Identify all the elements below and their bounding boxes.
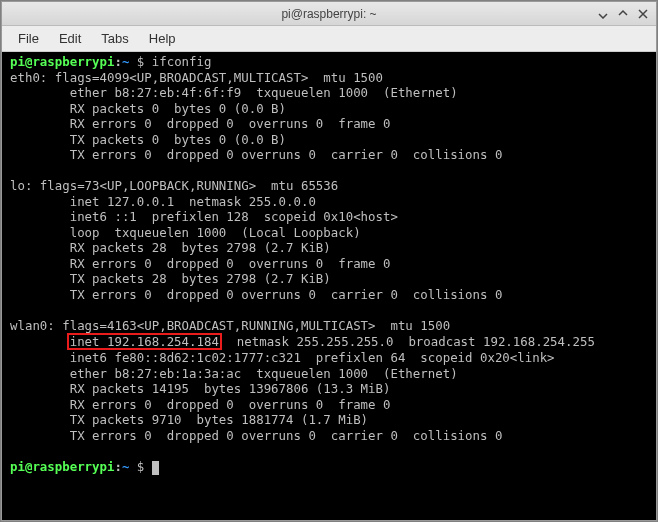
output-line: TX errors 0 dropped 0 overruns 0 carrier… (10, 147, 502, 162)
output-line: TX packets 9710 bytes 1881774 (1.7 MiB) (10, 412, 368, 427)
output-line: TX errors 0 dropped 0 overruns 0 carrier… (10, 287, 502, 302)
output-line: RX packets 28 bytes 2798 (2.7 KiB) (10, 240, 331, 255)
output-line: TX errors 0 dropped 0 overruns 0 carrier… (10, 428, 502, 443)
menu-tabs[interactable]: Tabs (91, 27, 138, 50)
output-line: netmask 255.255.255.0 broadcast 192.168.… (222, 334, 595, 349)
prompt-colon: : (114, 54, 121, 69)
output-line: wlan0: flags=4163<UP,BROADCAST,RUNNING,M… (10, 318, 450, 333)
output-line: RX errors 0 dropped 0 overruns 0 frame 0 (10, 116, 390, 131)
prompt-colon: : (114, 459, 121, 474)
output-line: RX errors 0 dropped 0 overruns 0 frame 0 (10, 397, 390, 412)
output-line: TX packets 0 bytes 0 (0.0 B) (10, 132, 286, 147)
output-line (10, 302, 17, 317)
menu-file[interactable]: File (8, 27, 49, 50)
command-text: ifconfig (152, 54, 212, 69)
output-line: lo: flags=73<UP,LOOPBACK,RUNNING> mtu 65… (10, 178, 338, 193)
output-line (10, 334, 70, 349)
output-line (10, 443, 17, 458)
prompt-dollar: $ (129, 459, 151, 474)
prompt-userhost: pi@raspberrypi (10, 54, 114, 69)
prompt-dollar: $ (129, 54, 151, 69)
titlebar: pi@raspberrypi: ~ (2, 2, 656, 26)
menu-edit[interactable]: Edit (49, 27, 91, 50)
output-line: inet6 ::1 prefixlen 128 scopeid 0x10<hos… (10, 209, 398, 224)
output-line: loop txqueuelen 1000 (Local Loopback) (10, 225, 361, 240)
output-line: TX packets 28 bytes 2798 (2.7 KiB) (10, 271, 331, 286)
output-line: ether b8:27:eb:4f:6f:f9 txqueuelen 1000 … (10, 85, 458, 100)
menu-help[interactable]: Help (139, 27, 186, 50)
terminal-cursor (152, 461, 159, 475)
output-line: RX packets 0 bytes 0 (0.0 B) (10, 101, 286, 116)
output-line: inet 127.0.0.1 netmask 255.0.0.0 (10, 194, 316, 209)
ip-highlight-box: inet 192.168.254.184 (67, 333, 222, 350)
terminal-window: pi@raspberrypi: ~ File Edit Tabs Help pi… (1, 1, 657, 521)
minimize-button[interactable] (596, 7, 610, 21)
output-line: inet6 fe80::8d62:1c02:1777:c321 prefixle… (10, 350, 555, 365)
output-line: ether b8:27:eb:1a:3a:ac txqueuelen 1000 … (10, 366, 458, 381)
maximize-button[interactable] (616, 7, 630, 21)
output-line: eth0: flags=4099<UP,BROADCAST,MULTICAST>… (10, 70, 383, 85)
terminal-area[interactable]: pi@raspberrypi:~ $ ifconfig eth0: flags=… (2, 52, 656, 520)
output-line: RX packets 14195 bytes 13967806 (13.3 Mi… (10, 381, 390, 396)
prompt-userhost: pi@raspberrypi (10, 459, 114, 474)
titlebar-controls (596, 2, 650, 25)
output-line: RX errors 0 dropped 0 overruns 0 frame 0 (10, 256, 390, 271)
window-title: pi@raspberrypi: ~ (281, 7, 376, 21)
close-button[interactable] (636, 7, 650, 21)
menubar: File Edit Tabs Help (2, 26, 656, 52)
output-line (10, 163, 17, 178)
